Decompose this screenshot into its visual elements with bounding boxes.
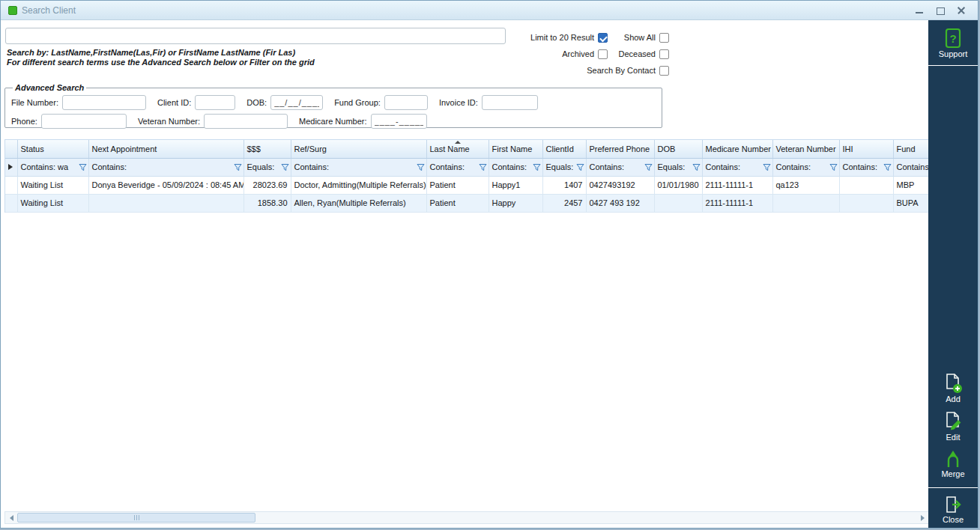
filter-cell-medicare-number[interactable]: Contains: [702, 158, 772, 176]
fund-group-input[interactable] [384, 95, 428, 110]
grid-cell[interactable]: qa123 [772, 176, 839, 194]
grid-cell[interactable] [839, 194, 893, 212]
filter-funnel-icon[interactable] [883, 163, 892, 171]
column-header-medicare-number[interactable]: Medicare Number [702, 140, 772, 158]
filter-funnel-icon[interactable] [928, 163, 929, 171]
grid-cell[interactable]: 2111-11111-1 [702, 194, 772, 212]
grid-cell[interactable]: Waiting List [17, 176, 88, 194]
column-header-veteran-number[interactable]: Veteran Number [772, 140, 839, 158]
filter-cell-first-name[interactable]: Contains: [489, 158, 542, 176]
show-all-checkbox[interactable] [659, 33, 669, 43]
filter-funnel-icon[interactable] [533, 163, 541, 171]
grid-cell[interactable]: 28023.69 [244, 176, 291, 194]
minimize-button[interactable] [915, 6, 924, 15]
column-header-ihi[interactable]: IHI [839, 140, 893, 158]
grid-cell[interactable]: Happy [489, 194, 542, 212]
close-label: Close [943, 515, 964, 524]
column-header-dob[interactable]: DOB [654, 140, 702, 158]
column-header-last-name[interactable]: Last Name [426, 140, 489, 158]
filter-cell-ihi[interactable]: Contains: [839, 158, 893, 176]
filter-funnel-icon[interactable] [281, 163, 289, 171]
scroll-left-button[interactable] [5, 512, 17, 523]
archived-checkbox[interactable] [598, 49, 608, 59]
filter-cell-last-name[interactable]: Contains: [426, 158, 489, 176]
grid-cell[interactable]: 2111-11111-1 [702, 176, 772, 194]
grid-cell[interactable] [654, 194, 702, 212]
grid-cell[interactable]: Allen, Ryan(Multiple Referrals) [291, 194, 426, 212]
grid-cell[interactable] [772, 194, 839, 212]
filter-cell-ref-surg[interactable]: Contains: [291, 158, 426, 176]
limit-20-checkbox[interactable] [598, 33, 608, 43]
option-limit-20-result[interactable]: Limit to 20 Result [530, 33, 608, 43]
grid-cell[interactable] [88, 194, 244, 212]
column-header-first-name[interactable]: First Name [489, 140, 542, 158]
option-show-all[interactable]: Show All [624, 33, 670, 43]
grid-cell[interactable] [839, 176, 893, 194]
invoice-id-input[interactable] [482, 95, 538, 110]
close-window-button[interactable] [957, 6, 966, 15]
grid-cell[interactable]: MBP [893, 176, 928, 194]
horizontal-scrollbar[interactable] [4, 511, 928, 524]
edit-button[interactable]: Edit [943, 409, 963, 443]
column-header-next-appointment[interactable]: Next Appointment [88, 140, 244, 158]
merge-button[interactable]: Merge [941, 448, 964, 480]
filter-funnel-icon[interactable] [417, 163, 425, 171]
filter-cell-col-2[interactable]: Equals: [244, 158, 291, 176]
filter-cell-veteran-number[interactable]: Contains: [772, 158, 839, 176]
filter-cell-fund[interactable]: Contains: [893, 158, 928, 176]
grid-row[interactable]: Waiting ListDonya Beveridge - 05/09/2024… [5, 176, 928, 194]
filter-funnel-icon[interactable] [79, 163, 87, 171]
veteran-number-input[interactable] [204, 114, 288, 129]
filter-funnel-icon[interactable] [829, 163, 838, 171]
option-archived[interactable]: Archived [562, 49, 608, 59]
filter-funnel-icon[interactable] [234, 163, 242, 171]
grid-cell[interactable]: Waiting List [17, 194, 88, 212]
close-button[interactable]: Close [943, 493, 964, 526]
phone-input[interactable] [41, 114, 127, 129]
column-header-preferred-phone[interactable]: Preferred Phone [586, 140, 654, 158]
scroll-right-button[interactable] [916, 512, 928, 523]
scrollbar-track[interactable] [17, 512, 916, 523]
grid-cell[interactable]: Donya Beveridge - 05/09/2024 : 08:45 AM [88, 176, 244, 194]
scrollbar-thumb[interactable] [17, 513, 255, 523]
client-id-input[interactable] [195, 95, 235, 110]
add-button[interactable]: Add [943, 371, 963, 405]
filter-cell-preferred-phone[interactable]: Contains: [586, 158, 654, 176]
support-button[interactable]: ? Support [939, 26, 968, 60]
grid-row[interactable]: Waiting List1858.30Allen, Ryan(Multiple … [5, 194, 928, 212]
column-header-status[interactable]: Status [17, 140, 88, 158]
grid-cell[interactable]: 0427493192 [586, 176, 654, 194]
client-search-input[interactable] [5, 28, 506, 44]
option-deceased[interactable]: Deceased [618, 49, 670, 59]
grid-cell[interactable]: 1858.30 [244, 194, 291, 212]
filter-cell-next-appointment[interactable]: Contains: [88, 158, 244, 176]
filter-cell-dob[interactable]: Equals: [654, 158, 702, 176]
dob-input[interactable] [270, 95, 323, 110]
grid-cell[interactable]: 2457 [542, 194, 586, 212]
column-header-col-2[interactable]: $$$ [244, 140, 291, 158]
column-header-ref-surg[interactable]: Ref/Surg [291, 140, 426, 158]
option-search-by-contact[interactable]: Search By Contact [587, 66, 670, 76]
grid-cell[interactable]: 01/01/1980 [654, 176, 702, 194]
grid-cell[interactable]: Doctor, Admitting(Multiple Referrals) [291, 176, 426, 194]
filter-cell-status[interactable]: Contains: wa [17, 158, 88, 176]
filter-funnel-icon[interactable] [763, 163, 771, 171]
filter-funnel-icon[interactable] [576, 163, 584, 171]
filter-funnel-icon[interactable] [644, 163, 653, 171]
filter-funnel-icon[interactable] [479, 163, 487, 171]
deceased-checkbox[interactable] [659, 49, 669, 59]
filter-cell-clientid[interactable]: Equals: [542, 158, 586, 176]
grid-cell[interactable]: Happy1 [489, 176, 542, 194]
column-header-fund[interactable]: Fund [893, 140, 928, 158]
grid-cell[interactable]: Patient [426, 194, 489, 212]
file-number-input[interactable] [62, 95, 146, 110]
column-header-clientid[interactable]: ClientId [542, 140, 586, 158]
maximize-button[interactable] [936, 6, 945, 15]
grid-cell[interactable]: BUPA [893, 194, 928, 212]
filter-funnel-icon[interactable] [692, 163, 701, 171]
grid-cell[interactable]: Patient [426, 176, 489, 194]
grid-cell[interactable]: 0427 493 192 [586, 194, 654, 212]
search-by-contact-checkbox[interactable] [659, 66, 669, 76]
medicare-number-input[interactable] [371, 114, 427, 129]
grid-cell[interactable]: 1407 [542, 176, 586, 194]
